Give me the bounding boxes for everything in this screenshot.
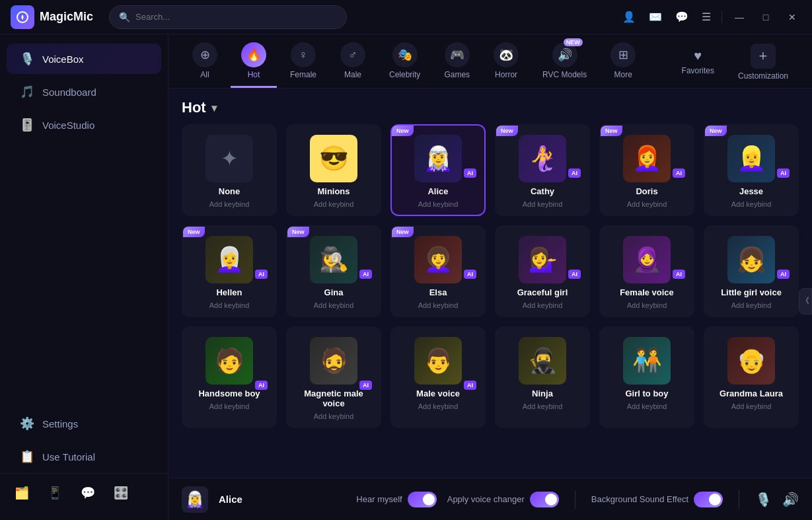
- voice-card-ninja-keybind[interactable]: Add keybind: [523, 402, 563, 410]
- tab-hot[interactable]: 🔥 Hot: [231, 34, 277, 88]
- discord-icon[interactable]: 💬: [673, 8, 691, 26]
- tab-rvc[interactable]: 🔊 NEW RVC Models: [532, 34, 597, 88]
- search-input[interactable]: [135, 12, 337, 22]
- voice-card-magnetic[interactable]: 🧔 AI Magnetic male voice Add keybind: [286, 326, 381, 428]
- voice-card-littlegirl-keybind[interactable]: Add keybind: [731, 301, 772, 309]
- voice-card-hellen-keybind[interactable]: Add keybind: [209, 301, 250, 309]
- logo-icon: [11, 5, 34, 29]
- voice-card-doris-keybind[interactable]: Add keybind: [627, 200, 667, 208]
- sidebar-item-soundboard[interactable]: 🎵 Soundboard: [7, 77, 161, 107]
- status-avatar: 🧝‍♀️: [182, 486, 208, 513]
- tab-games-label: Games: [444, 70, 470, 79]
- voice-card-handsome-keybind[interactable]: Add keybind: [209, 402, 250, 410]
- apply-voice-toggle[interactable]: [530, 492, 559, 507]
- voice-card-girltoboy-img: 🧑‍🤝‍🧑: [623, 337, 671, 385]
- maximize-button[interactable]: □: [757, 8, 775, 26]
- hear-myself-control: Hear myself: [356, 492, 436, 507]
- voice-card-grandma[interactable]: 👴 Grandma Laura Add keybind: [704, 326, 799, 428]
- menu-icon[interactable]: ☰: [699, 8, 714, 26]
- tab-favorites[interactable]: ♥ Favorites: [671, 40, 725, 82]
- voice-card-handsome[interactable]: 🧑 AI Handsome boy Add keybind: [182, 326, 277, 428]
- section-chevron[interactable]: ▾: [211, 102, 217, 114]
- titlebar-divider: [721, 11, 722, 23]
- voice-card-magnetic-keybind[interactable]: Add keybind: [314, 412, 354, 420]
- voice-card-ninja[interactable]: 🥷 Ninja Add keybind: [495, 326, 590, 428]
- littlegirl-ai-badge: AI: [777, 270, 790, 279]
- tab-all[interactable]: ⊕ All: [182, 34, 228, 88]
- voice-card-graceful-img: 💁‍♀️: [519, 236, 566, 283]
- voice-card-elsa[interactable]: New 👩‍🦱 AI Elsa Add keybind: [390, 225, 486, 317]
- voice-card-girltoboy-keybind[interactable]: Add keybind: [627, 402, 667, 410]
- sidebar-bottom-icon-2[interactable]: 📱: [44, 482, 66, 504]
- alice-ai-badge: AI: [464, 168, 476, 178]
- voice-card-none[interactable]: ✦ None Add keybind: [182, 124, 277, 216]
- sidebar-item-voicestudio[interactable]: 🎚️ VoiceStudio: [7, 110, 161, 140]
- voice-card-malevoice-name: Male voice: [416, 389, 460, 398]
- app-title: MagicMic: [40, 10, 93, 24]
- voice-card-girltoboy[interactable]: 🧑‍🤝‍🧑 Girl to boy Add keybind: [599, 326, 694, 428]
- voice-card-littlegirl-img: 👧: [727, 236, 775, 283]
- sidebar-bottom-icon-3[interactable]: 💬: [77, 482, 99, 504]
- voice-card-handsome-img: 🧑: [205, 337, 253, 385]
- voice-card-grandma-keybind[interactable]: Add keybind: [731, 402, 772, 410]
- tab-celebrity[interactable]: 🎭 Celebrity: [379, 34, 431, 88]
- tab-female[interactable]: ♀ Female: [279, 34, 327, 88]
- search-bar[interactable]: 🔍: [109, 5, 347, 29]
- tab-rvc-icon: 🔊 NEW: [552, 42, 577, 67]
- tab-games[interactable]: 🎮 Games: [433, 34, 480, 88]
- tab-more[interactable]: ⊞ More: [600, 34, 646, 88]
- voice-card-minions[interactable]: 😎 Minions Add keybind: [286, 124, 381, 216]
- voice-card-girltoboy-name: Girl to boy: [626, 389, 669, 398]
- handsome-ai-badge: AI: [255, 381, 268, 390]
- voice-card-malevoice-keybind[interactable]: Add keybind: [418, 402, 459, 410]
- tab-customization[interactable]: + Customization: [727, 36, 799, 87]
- voice-card-doris[interactable]: New 👩‍🦰 AI Doris Add keybind: [599, 124, 694, 216]
- tab-male[interactable]: ♂ Male: [330, 34, 376, 88]
- profile-icon[interactable]: 👤: [620, 8, 638, 26]
- volume-icon[interactable]: 🔊: [782, 492, 799, 507]
- voice-card-femalevoice-keybind[interactable]: Add keybind: [627, 301, 667, 309]
- sidebar-item-tutorial[interactable]: 📋 Use Tutorial: [7, 441, 161, 472]
- voice-card-elsa-name: Elsa: [429, 287, 447, 297]
- voice-card-elsa-keybind[interactable]: Add keybind: [418, 301, 459, 309]
- voice-card-magnetic-name: Magnetic male voice: [294, 389, 373, 408]
- voice-card-minions-keybind[interactable]: Add keybind: [314, 200, 354, 208]
- bg-sound-toggle[interactable]: [694, 492, 723, 507]
- voice-card-femalevoice[interactable]: 🧕 AI Female voice Add keybind: [599, 225, 694, 317]
- section-header: Hot ▾: [168, 89, 812, 124]
- voice-card-graceful-keybind[interactable]: Add keybind: [523, 301, 563, 309]
- tab-horror[interactable]: 🐼 Horror: [483, 34, 529, 88]
- sidebar-bottom-icon-1[interactable]: 🗂️: [11, 482, 33, 504]
- minimize-button[interactable]: —: [730, 8, 749, 26]
- voice-card-graceful[interactable]: 💁‍♀️ AI Graceful girl Add keybind: [495, 225, 590, 317]
- mic-icon[interactable]: 🎙️: [755, 492, 772, 507]
- sidebar-label-soundboard: Soundboard: [42, 87, 96, 98]
- voice-card-ninja-name: Ninja: [532, 389, 553, 398]
- voice-card-cathy[interactable]: New 🧜‍♀️ AI Cathy Add keybind: [495, 124, 590, 216]
- sidebar-item-voicebox[interactable]: 🎙️ VoiceBox: [7, 44, 161, 74]
- tab-female-label: Female: [290, 70, 316, 79]
- voice-card-gina-keybind[interactable]: Add keybind: [314, 301, 354, 309]
- voice-card-alice[interactable]: New 🧝‍♀️ AI Alice Add keybind: [390, 124, 486, 216]
- status-divider-1: [575, 490, 575, 509]
- voice-card-malevoice[interactable]: 👨 AI Male voice Add keybind: [390, 326, 486, 428]
- voice-card-alice-keybind[interactable]: Add keybind: [418, 200, 459, 208]
- voice-card-graceful-name: Graceful girl: [517, 287, 568, 297]
- sidebar-item-settings[interactable]: ⚙️ Settings: [7, 408, 161, 439]
- close-button[interactable]: ✕: [783, 8, 801, 26]
- voice-card-gina[interactable]: New 🕵️‍♀️ AI Gina Add keybind: [286, 225, 381, 317]
- hear-myself-toggle[interactable]: [408, 492, 437, 507]
- voice-card-hellen[interactable]: New 👩‍🦳 AI Hellen Add keybind: [182, 225, 277, 317]
- favorites-label: Favorites: [682, 66, 714, 75]
- collapse-button[interactable]: 《: [799, 288, 812, 315]
- sidebar-bottom-icon-4[interactable]: 🎛️: [110, 482, 132, 504]
- mail-icon[interactable]: ✉️: [646, 8, 665, 26]
- voice-card-littlegirl[interactable]: 👧 AI Little girl voice Add keybind: [704, 225, 799, 317]
- gina-ai-badge: AI: [359, 270, 372, 279]
- voice-card-cathy-keybind[interactable]: Add keybind: [523, 200, 563, 208]
- tab-rvc-label: RVC Models: [542, 70, 587, 79]
- voice-card-jesse[interactable]: New 👱‍♀️ AI Jesse Add keybind: [704, 124, 799, 216]
- voice-card-gina-name: Gina: [324, 287, 344, 297]
- voice-card-jesse-keybind[interactable]: Add keybind: [731, 200, 772, 208]
- voice-card-none-keybind[interactable]: Add keybind: [209, 200, 250, 208]
